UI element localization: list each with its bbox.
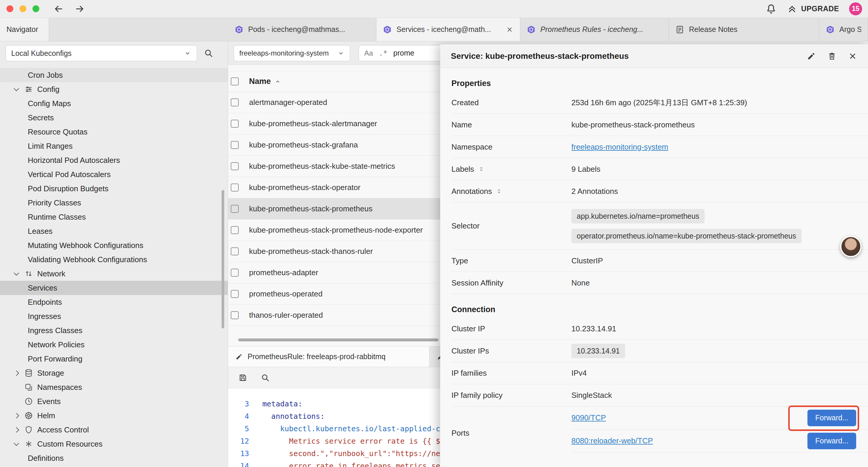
sort-ascending-icon <box>275 78 281 85</box>
helm-wheel-icon <box>24 411 33 420</box>
port-link-8080[interactable]: 8080:reloader-web/TCP <box>571 436 653 445</box>
tab-argo[interactable]: Argo S <box>819 18 868 41</box>
close-tab-icon[interactable] <box>506 26 514 33</box>
row-checkbox[interactable] <box>231 162 239 170</box>
sidebar-item-helm[interactable]: Helm <box>0 408 228 423</box>
sidebar-item-namespaces[interactable]: Namespaces <box>0 380 228 394</box>
forward-button-8080[interactable]: Forward... <box>807 433 856 449</box>
tab-strip-gap <box>49 18 228 41</box>
row-checkbox[interactable] <box>231 269 239 276</box>
row-checkbox[interactable] <box>231 311 239 319</box>
sidebar-item-access-control[interactable]: Access Control <box>0 423 228 437</box>
sidebar-item-runtime-classes[interactable]: Runtime Classes <box>0 210 228 224</box>
tab-services[interactable]: Services - icecheng@math... <box>376 18 520 41</box>
sidebar-item-limit-ranges[interactable]: Limit Ranges <box>0 139 228 153</box>
row-checkbox[interactable] <box>231 205 239 213</box>
forward-arrow-icon[interactable] <box>74 4 85 14</box>
sidebar-item-custom-resources[interactable]: Custom Resources <box>0 437 228 451</box>
sidebar-item-resource-quotas[interactable]: Resource Quotas <box>0 125 228 139</box>
detail-row-namespace: Namespace freeleaps-monitoring-system <box>452 136 868 158</box>
chevron-down-icon[interactable] <box>12 443 20 445</box>
tab-pods[interactable]: Pods - icecheng@mathmas... <box>228 18 376 41</box>
search-icon[interactable] <box>204 48 214 58</box>
row-checkbox[interactable] <box>231 98 239 107</box>
regex-toggle[interactable]: .* <box>379 49 387 57</box>
layers-icon <box>24 383 33 391</box>
namespace-link[interactable]: freeleaps-monitoring-system <box>571 143 668 152</box>
maximize-window-button[interactable] <box>32 5 39 12</box>
row-checkbox[interactable] <box>231 120 239 128</box>
notification-count-badge[interactable]: 15 <box>849 2 862 16</box>
upgrade-button[interactable]: UPGRADE <box>787 4 839 14</box>
detail-row-ip-family-policy: IP family policy SingleStack <box>452 384 868 406</box>
sidebar-item-endpoints[interactable]: Endpoints <box>0 295 228 309</box>
select-all-checkbox[interactable] <box>231 78 239 85</box>
namespace-select[interactable]: freeleaps-monitoring-system <box>234 45 350 61</box>
chevron-right-icon[interactable] <box>12 371 20 375</box>
line-number: 5 <box>228 423 249 435</box>
detail-row-ports: Ports 9090/TCP Forward... 8080:reloader-… <box>452 406 868 453</box>
sidebar-item-network-policies[interactable]: Network Policies <box>0 338 228 352</box>
sidebar-item-config-maps[interactable]: Config Maps <box>0 96 228 111</box>
sidebar-item-events[interactable]: Events <box>0 394 228 408</box>
horizontal-scrollbar[interactable] <box>238 339 438 341</box>
sidebar-item-port-forwarding[interactable]: Port Forwarding <box>0 352 228 366</box>
chevron-down-icon <box>184 49 191 57</box>
sidebar-item-leases[interactable]: Leases <box>0 224 228 238</box>
tab-prometheus-rules[interactable]: Prometheus Rules - icecheng... <box>520 18 669 41</box>
sidebar-item-definitions[interactable]: Definitions <box>0 451 228 465</box>
sidebar-item-horizontal-pod-autoscalers[interactable]: Horizontal Pod Autoscalers <box>0 153 228 167</box>
chevron-down-icon[interactable] <box>12 273 20 275</box>
trash-icon[interactable] <box>827 52 837 61</box>
sidebar-item-pod-disruption-budgets[interactable]: Pod Disruption Budgets <box>0 181 228 196</box>
minimize-window-button[interactable] <box>20 5 26 12</box>
sidebar-item-config[interactable]: Config <box>0 82 228 96</box>
sidebar-item-validating-webhook-configurations[interactable]: Validating Webhook Configurations <box>0 253 228 267</box>
expand-updown-icon[interactable] <box>495 188 502 195</box>
user-avatar-bubble[interactable] <box>840 236 862 257</box>
code-line: annotations: <box>249 410 325 423</box>
row-checkbox[interactable] <box>231 141 239 149</box>
forward-button-9090[interactable]: Forward... <box>807 410 856 426</box>
sidebar-item-services[interactable]: Services <box>0 281 228 295</box>
tab-strip: Navigator Pods - icecheng@mathmas... Ser… <box>0 18 868 41</box>
kubeconfig-select[interactable]: Local Kubeconfigs <box>6 45 197 61</box>
line-number: 14 <box>228 460 249 467</box>
search-icon[interactable] <box>260 373 270 382</box>
expand-updown-icon[interactable] <box>478 166 485 173</box>
search-value: prome <box>393 49 414 57</box>
sidebar-item-vertical-pod-autoscalers[interactable]: Vertical Pod Autoscalers <box>0 167 228 181</box>
sidebar-item-ingress-classes[interactable]: Ingress Classes <box>0 323 228 338</box>
shield-icon <box>24 425 33 434</box>
close-icon[interactable] <box>848 52 857 61</box>
namespace-select-value: freeleaps-monitoring-system <box>239 49 329 57</box>
sidebar-item-cron-jobs[interactable]: Cron Jobs <box>0 68 228 82</box>
name-column-header[interactable]: Name <box>249 77 281 86</box>
sidebar-item-priority-classes[interactable]: Priority Classes <box>0 196 228 210</box>
match-case-toggle[interactable]: Aa <box>364 49 373 57</box>
chevron-down-icon[interactable] <box>12 88 20 90</box>
detail-row-selector: Selector app.kubernetes.io/name=promethe… <box>452 202 868 250</box>
row-checkbox[interactable] <box>231 247 239 255</box>
document-icon <box>675 25 684 34</box>
chevron-right-icon[interactable] <box>12 428 20 432</box>
chevron-right-icon[interactable] <box>12 414 20 418</box>
tab-release-notes[interactable]: Release Notes <box>669 18 819 41</box>
sidebar-item-storage[interactable]: Storage <box>0 366 228 380</box>
sidebar-scrollbar[interactable] <box>222 190 224 328</box>
close-window-button[interactable] <box>6 5 13 12</box>
back-arrow-icon[interactable] <box>54 4 64 14</box>
row-checkbox[interactable] <box>231 183 239 192</box>
chevron-down-icon <box>337 50 344 57</box>
sidebar-item-mutating-webhook-configurations[interactable]: Mutating Webhook Configurations <box>0 238 228 253</box>
sidebar-item-ingresses[interactable]: Ingresses <box>0 309 228 323</box>
row-checkbox[interactable] <box>231 290 239 298</box>
sidebar-item-secrets[interactable]: Secrets <box>0 111 228 125</box>
bell-icon[interactable] <box>766 3 777 14</box>
port-link-9090[interactable]: 9090/TCP <box>571 413 606 422</box>
dock-tab-prometheusrule[interactable]: PrometheusRule: freeleaps-prod-rabbitmq <box>228 346 430 367</box>
edit-icon[interactable] <box>807 52 816 61</box>
sidebar-item-network[interactable]: Network <box>0 267 228 281</box>
save-icon[interactable] <box>238 373 248 382</box>
row-checkbox[interactable] <box>231 226 239 234</box>
